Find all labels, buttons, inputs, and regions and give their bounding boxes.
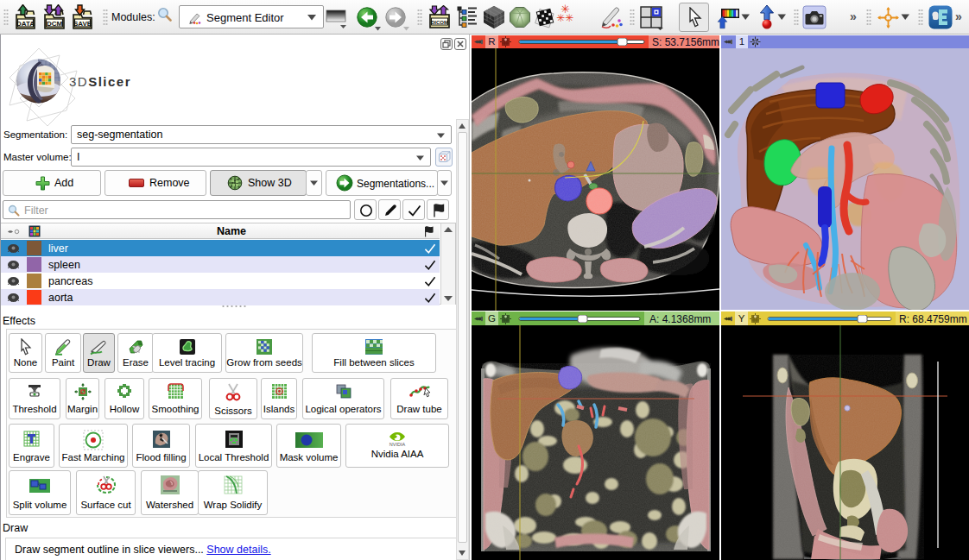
svg-text:SAVE: SAVE — [73, 20, 92, 28]
svg-text:DATA: DATA — [16, 20, 35, 28]
svg-text:DCM: DCM — [47, 20, 63, 28]
svg-text:NVIDIA: NVIDIA — [390, 442, 406, 447]
svg-text:DICOM: DICOM — [431, 20, 448, 25]
